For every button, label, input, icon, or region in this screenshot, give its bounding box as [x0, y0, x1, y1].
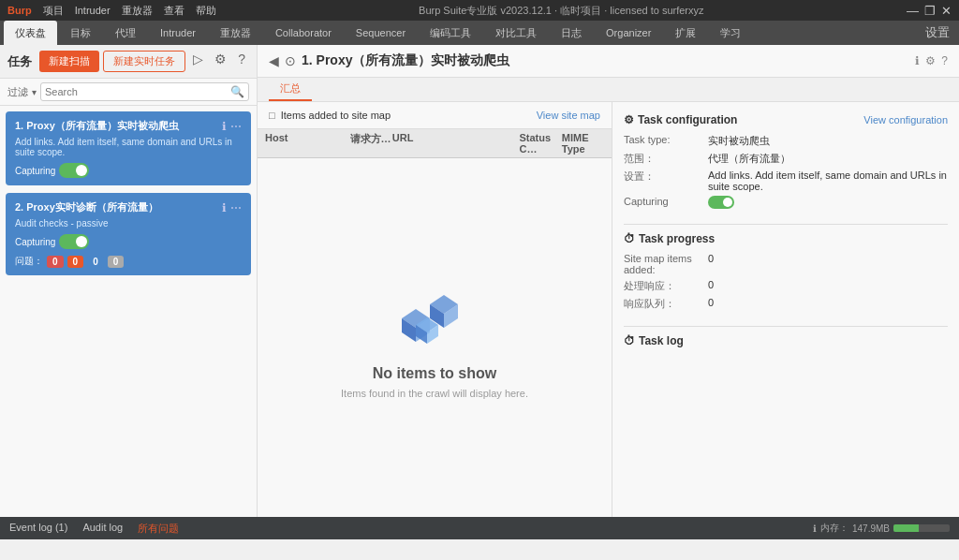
filter-label[interactable]: 过滤 [7, 85, 28, 99]
sidebar-header: 任务 新建扫描 新建实时任务 ▷ ⚙ ? [0, 45, 257, 79]
task-2-issues-label: 问题： [15, 255, 43, 268]
close-btn[interactable]: ✕ [941, 4, 952, 18]
tab-intruder[interactable]: Intruder [149, 21, 207, 45]
task-card-2[interactable]: 2. Proxy实时诊断（所有流量） ℹ ⋯ Audit checks - pa… [6, 193, 251, 275]
divider-1 [624, 224, 948, 225]
status-bar: Event log (1) Audit log 所有问题 ℹ 内存： 147.9… [0, 517, 959, 539]
tab-sequencer[interactable]: Sequencer [345, 21, 417, 45]
audit-log-link[interactable]: Audit log [82, 522, 123, 536]
task-1-title: 1. Proxy（所有流量）实时被动爬虫 [15, 119, 179, 133]
col-url: URL [392, 132, 520, 155]
menu-help[interactable]: 帮助 [196, 4, 216, 18]
task-1-info-icon[interactable]: ℹ [222, 120, 227, 133]
task-2-issues: 问题： 0 0 0 0 [15, 255, 242, 268]
memory-label: 内存： [820, 522, 848, 535]
tab-extensions[interactable]: 扩展 [664, 21, 707, 45]
sitemap-header: □ Items added to site map View site map [258, 102, 612, 129]
menu-repeater[interactable]: 重放器 [122, 4, 153, 18]
title-bar-menu: Burp 项目 Intruder 重放器 查看 帮助 [7, 4, 216, 18]
task-progress-title: ⏱ Task progress [624, 232, 715, 245]
crawl-icon-svg [392, 276, 477, 351]
menu-view[interactable]: 查看 [164, 4, 184, 18]
responses-label: 处理响应： [624, 279, 708, 293]
scope-row: 范围： 代理（所有流量） [624, 152, 948, 166]
tab-proxy[interactable]: 代理 [104, 21, 147, 45]
task-2-info-icon[interactable]: ℹ [222, 201, 227, 214]
scope-label: 范围： [624, 152, 708, 166]
task-log-section: ⏱ Task log [624, 334, 948, 347]
task-type-row: Task type: 实时被动爬虫 [624, 134, 948, 148]
search-box[interactable]: 🔍 [40, 82, 249, 101]
task-card-1[interactable]: 1. Proxy（所有流量）实时被动爬虫 ℹ ⋯ Add links. Add … [6, 111, 251, 185]
issue-badge-gray: 0 [108, 256, 125, 268]
window-controls: — ❐ ✕ [907, 4, 952, 18]
tab-dashboard[interactable]: 仪表盘 [4, 21, 57, 45]
play-icon[interactable]: ▷ [189, 51, 207, 72]
subtab-summary[interactable]: 汇总 [269, 78, 312, 101]
memory-value: 147.9MB [852, 523, 890, 534]
task-type-value: 实时被动爬虫 [708, 134, 948, 148]
tab-organizer[interactable]: Organizer [595, 21, 662, 45]
task-2-menu-icon[interactable]: ⋯ [230, 201, 242, 214]
menu-intruder[interactable]: Intruder [75, 5, 111, 16]
tab-encoder[interactable]: 编码工具 [419, 21, 482, 45]
settings-label: 设置： [624, 169, 708, 184]
content-help-icon[interactable]: ? [941, 54, 948, 67]
event-log-link[interactable]: Event log (1) [9, 522, 67, 536]
task-config-title: ⚙ Task configuration [624, 113, 737, 126]
memory-fill [893, 524, 919, 532]
help-icon[interactable]: ? [234, 51, 249, 72]
responses-row: 处理响应： 0 [624, 279, 948, 293]
back-icon[interactable]: ◀ [269, 53, 279, 68]
menu-burp[interactable]: Burp [7, 5, 32, 16]
settings-btn[interactable]: 设置 [920, 22, 955, 43]
content-body: □ Items added to site map View site map … [258, 102, 959, 517]
task-1-desc: Add links. Add item itself, same domain … [15, 137, 242, 157]
issue-badge-red: 0 [47, 256, 64, 268]
task-progress-section: ⏱ Task progress Site map items added: 0 … [624, 232, 948, 311]
capturing-label: Capturing [624, 196, 708, 207]
tab-repeater[interactable]: 重放器 [209, 21, 262, 45]
view-sitemap-link[interactable]: View site map [537, 110, 600, 121]
tab-comparer[interactable]: 对比工具 [484, 21, 548, 45]
content-header-icons: ℹ ⚙ ? [915, 54, 948, 67]
table-header: Host 请求方… URL Status C… MIME Type [258, 129, 612, 158]
issue-badge-blue: 0 [87, 256, 104, 268]
col-status: Status C… [520, 132, 562, 155]
content-icon: ⊙ [285, 53, 296, 68]
info-circle-icon: ℹ [813, 523, 817, 534]
content-info-icon[interactable]: ℹ [915, 54, 920, 67]
search-input[interactable] [45, 86, 230, 97]
task-config-icon: ⚙ [624, 113, 634, 126]
content-gear-icon[interactable]: ⚙ [925, 54, 936, 67]
scope-value: 代理（所有流量） [708, 152, 948, 166]
task-2-toggle[interactable] [59, 234, 89, 249]
divider-2 [624, 326, 948, 327]
sitemap-added-value: 0 [708, 253, 948, 264]
capturing-toggle[interactable] [708, 196, 734, 209]
view-config-link[interactable]: View configuration [863, 114, 948, 125]
tab-target[interactable]: 目标 [59, 21, 102, 45]
main-layout: 任务 新建扫描 新建实时任务 ▷ ⚙ ? 过滤 ▾ 🔍 1. Proxy（所有流… [0, 45, 959, 517]
menu-project[interactable]: 项目 [43, 4, 64, 18]
tab-collaborator[interactable]: Collaborator [264, 21, 343, 45]
status-bar-left: Event log (1) Audit log 所有问题 [9, 522, 798, 536]
content-header: ◀ ⊙ 1. Proxy（所有流量）实时被动爬虫 ℹ ⚙ ? [258, 45, 959, 78]
maximize-btn[interactable]: ❐ [924, 4, 936, 18]
settings-value: Add links. Add item itself, same domain … [708, 169, 948, 192]
task-1-menu-icon[interactable]: ⋯ [230, 120, 242, 133]
new-live-button[interactable]: 新建实时任务 [103, 51, 185, 72]
minimize-btn[interactable]: — [907, 4, 919, 18]
capturing-row: Capturing [624, 196, 948, 209]
new-scan-button[interactable]: 新建扫描 [39, 51, 99, 72]
sidebar-buttons: 新建扫描 新建实时任务 ▷ ⚙ ? [39, 51, 249, 72]
task-1-toggle[interactable] [59, 163, 89, 178]
tab-logger[interactable]: 日志 [550, 21, 593, 45]
task-2-desc: Audit checks - passive [15, 218, 242, 228]
task-log-header: ⏱ Task log [624, 334, 948, 347]
tab-learn[interactable]: 学习 [709, 21, 752, 45]
gear-icon[interactable]: ⚙ [211, 51, 230, 72]
title-bar: Burp 项目 Intruder 重放器 查看 帮助 Burp Suite专业版… [0, 0, 959, 21]
empty-subtitle: Items found in the crawl will display he… [341, 388, 528, 399]
all-issues-link[interactable]: 所有问题 [138, 522, 179, 536]
